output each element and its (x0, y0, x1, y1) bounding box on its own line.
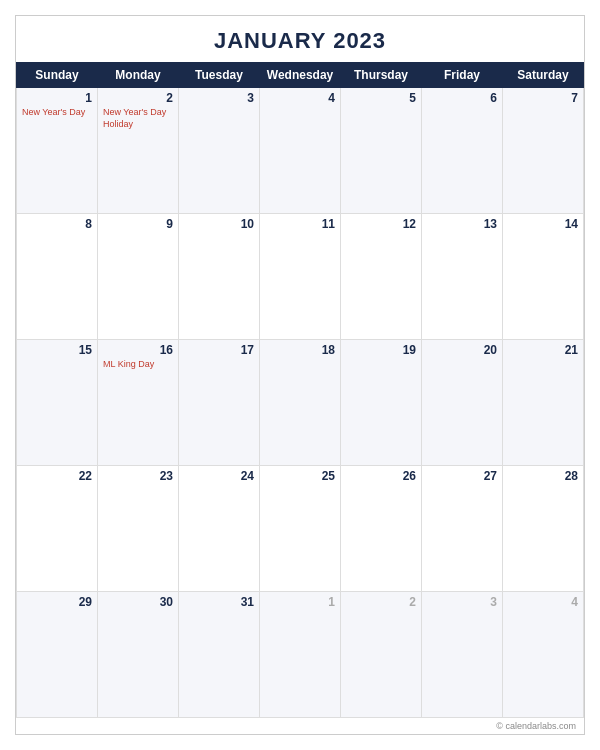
calendar-cell: 17 (179, 340, 260, 466)
day-number: 5 (346, 91, 416, 105)
calendar-cell: 26 (341, 466, 422, 592)
calendar-cell: 20 (422, 340, 503, 466)
header-cell-saturday: Saturday (503, 63, 584, 88)
calendar-week-5: 2930311234 (17, 592, 584, 718)
day-number: 13 (427, 217, 497, 231)
calendar-cell: 28 (503, 466, 584, 592)
calendar-cell: 6 (422, 88, 503, 214)
calendar-week-2: 891011121314 (17, 214, 584, 340)
calendar-cell: 1 (260, 592, 341, 718)
day-number: 7 (508, 91, 578, 105)
holiday-label: New Year's Day Holiday (103, 107, 173, 130)
day-number: 10 (184, 217, 254, 231)
calendar-table: SundayMondayTuesdayWednesdayThursdayFrid… (16, 62, 584, 718)
day-number: 4 (265, 91, 335, 105)
day-number: 25 (265, 469, 335, 483)
calendar-cell: 19 (341, 340, 422, 466)
calendar-cell: 4 (503, 592, 584, 718)
day-number: 4 (508, 595, 578, 609)
calendar-cell: 27 (422, 466, 503, 592)
calendar-cell: 31 (179, 592, 260, 718)
day-number: 27 (427, 469, 497, 483)
day-number: 12 (346, 217, 416, 231)
day-number: 23 (103, 469, 173, 483)
calendar: JANUARY 2023 SundayMondayTuesdayWednesda… (15, 15, 585, 735)
day-number: 14 (508, 217, 578, 231)
header-cell-sunday: Sunday (17, 63, 98, 88)
calendar-cell: 10 (179, 214, 260, 340)
calendar-cell: 7 (503, 88, 584, 214)
day-number: 18 (265, 343, 335, 357)
day-number: 29 (22, 595, 92, 609)
day-number: 20 (427, 343, 497, 357)
footer-credit: © calendarlabs.com (16, 718, 584, 734)
calendar-cell: 25 (260, 466, 341, 592)
day-number: 6 (427, 91, 497, 105)
day-number: 11 (265, 217, 335, 231)
day-number: 19 (346, 343, 416, 357)
calendar-cell: 24 (179, 466, 260, 592)
calendar-body: 1New Year's Day2New Year's Day Holiday34… (17, 88, 584, 718)
calendar-cell: 4 (260, 88, 341, 214)
calendar-cell: 22 (17, 466, 98, 592)
header-cell-thursday: Thursday (341, 63, 422, 88)
day-number: 31 (184, 595, 254, 609)
holiday-label: New Year's Day (22, 107, 92, 119)
calendar-cell: 21 (503, 340, 584, 466)
day-number: 9 (103, 217, 173, 231)
day-number: 15 (22, 343, 92, 357)
header-cell-friday: Friday (422, 63, 503, 88)
day-number: 17 (184, 343, 254, 357)
calendar-cell: 13 (422, 214, 503, 340)
day-number: 3 (427, 595, 497, 609)
calendar-cell: 30 (98, 592, 179, 718)
calendar-cell: 3 (179, 88, 260, 214)
calendar-week-1: 1New Year's Day2New Year's Day Holiday34… (17, 88, 584, 214)
calendar-header-row: SundayMondayTuesdayWednesdayThursdayFrid… (17, 63, 584, 88)
calendar-cell: 15 (17, 340, 98, 466)
calendar-cell: 1New Year's Day (17, 88, 98, 214)
header-cell-monday: Monday (98, 63, 179, 88)
day-number: 1 (22, 91, 92, 105)
calendar-cell: 29 (17, 592, 98, 718)
calendar-title: JANUARY 2023 (16, 16, 584, 62)
calendar-week-4: 22232425262728 (17, 466, 584, 592)
calendar-cell: 9 (98, 214, 179, 340)
holiday-label: ML King Day (103, 359, 173, 371)
day-number: 1 (265, 595, 335, 609)
day-number: 16 (103, 343, 173, 357)
day-number: 2 (103, 91, 173, 105)
calendar-cell: 23 (98, 466, 179, 592)
calendar-cell: 18 (260, 340, 341, 466)
header-cell-tuesday: Tuesday (179, 63, 260, 88)
header-cell-wednesday: Wednesday (260, 63, 341, 88)
day-number: 3 (184, 91, 254, 105)
day-number: 21 (508, 343, 578, 357)
calendar-cell: 16ML King Day (98, 340, 179, 466)
calendar-cell: 14 (503, 214, 584, 340)
calendar-cell: 2New Year's Day Holiday (98, 88, 179, 214)
calendar-cell: 8 (17, 214, 98, 340)
calendar-cell: 12 (341, 214, 422, 340)
day-number: 8 (22, 217, 92, 231)
calendar-cell: 3 (422, 592, 503, 718)
day-number: 28 (508, 469, 578, 483)
day-number: 26 (346, 469, 416, 483)
calendar-cell: 2 (341, 592, 422, 718)
day-number: 24 (184, 469, 254, 483)
day-number: 2 (346, 595, 416, 609)
day-number: 22 (22, 469, 92, 483)
calendar-cell: 5 (341, 88, 422, 214)
calendar-cell: 11 (260, 214, 341, 340)
day-number: 30 (103, 595, 173, 609)
calendar-week-3: 1516ML King Day1718192021 (17, 340, 584, 466)
